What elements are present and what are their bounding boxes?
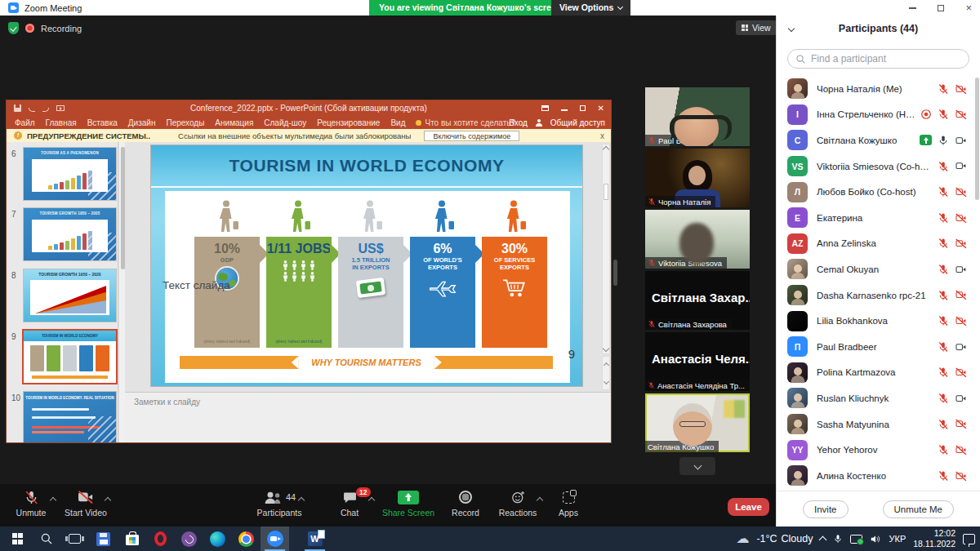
participant-row-8[interactable]: Dasha Karnasenko rpc-21	[777, 282, 974, 309]
unmute-button[interactable]: Unmute	[0, 488, 62, 524]
view-options-button[interactable]: View Options	[551, 0, 630, 16]
save-icon[interactable]	[14, 104, 21, 112]
invite-button[interactable]: Invite	[803, 500, 849, 518]
taskbar-word-button[interactable]: W	[301, 527, 329, 551]
weather-cloud-icon[interactable]: ☁	[736, 532, 749, 545]
ppt-tab-0[interactable]: Файл	[15, 118, 35, 127]
ppt-tab-7[interactable]: Рецензирование	[317, 118, 380, 127]
video-tile-5[interactable]: Світлана Кожушко	[645, 393, 750, 452]
redo-icon[interactable]	[42, 108, 49, 112]
taskbar-clock[interactable]: 12:02 18.11.2022	[913, 528, 956, 549]
close-button[interactable]: ×	[965, 4, 972, 12]
tray-display-icon[interactable]	[850, 535, 862, 544]
taskbar-chrome-button[interactable]	[232, 527, 261, 551]
slideshow-icon[interactable]	[56, 105, 65, 111]
chevron-up-icon[interactable]	[298, 497, 305, 504]
participant-row-11[interactable]: Polina Kartmazova	[777, 360, 974, 386]
leave-button[interactable]: Leave	[728, 498, 769, 516]
ppt-tab-5[interactable]: Анимация	[215, 118, 253, 127]
weather-widget[interactable]: -1°C Cloudy	[756, 533, 813, 544]
apps-button[interactable]: Apps	[537, 488, 599, 524]
taskbar-taskview-button[interactable]	[60, 527, 89, 551]
taskbar-opera-button[interactable]	[146, 527, 175, 551]
ppt-tab-6[interactable]: Слайд-шоу	[264, 118, 306, 127]
ppt-tab-2[interactable]: Вставка	[87, 118, 118, 127]
scroll-up-icon[interactable]	[603, 146, 609, 153]
video-tile-1[interactable]: Чорна Наталія	[645, 149, 750, 207]
action-center-icon[interactable]	[963, 534, 975, 544]
tell-me-box[interactable]: Что вы хотите сделать?	[416, 118, 515, 127]
video-tile-0[interactable]: Paul Bradbeer	[645, 87, 750, 146]
minimize-button[interactable]	[909, 7, 916, 9]
ppt-share-button[interactable]: Общий доступ	[550, 118, 605, 127]
slide-thumbnail-8[interactable]: TOURISM GROWTH 1950 – 2020	[24, 269, 116, 322]
participant-row-14[interactable]: YYYehor Yehorov	[777, 437, 974, 463]
thumbnail-scrollbar[interactable]	[118, 142, 125, 442]
ppt-signin-link[interactable]: Вход	[509, 118, 528, 127]
participant-row-12[interactable]: Ruslan Kliuchnyk	[777, 385, 974, 411]
tray-expand-icon[interactable]	[819, 536, 827, 544]
panel-chevron-icon[interactable]	[788, 25, 795, 32]
search-input[interactable]: Find a participant	[787, 49, 969, 69]
view-layout-button[interactable]: View	[736, 20, 777, 35]
participant-row-0[interactable]: Чорна Наталія (Me)	[777, 76, 974, 102]
slide-thumbnail-9[interactable]: TOURISM IN WORLD ECONOMY	[24, 331, 116, 383]
participant-row-13[interactable]: Sasha Matyunina	[777, 411, 974, 438]
undo-icon[interactable]	[29, 108, 35, 112]
taskbar-zoom-button[interactable]	[261, 527, 289, 551]
ribbon-options-icon[interactable]	[541, 105, 549, 111]
participant-row-3[interactable]: VSViktoriia Smiesova (Co-host)	[777, 153, 974, 180]
participants-scrollbar[interactable]	[975, 78, 979, 200]
slide-nav-buttons[interactable]	[602, 356, 610, 390]
tray-mic-icon[interactable]	[833, 533, 843, 544]
participant-row-5[interactable]: EЕкатерина	[777, 205, 974, 231]
video-tile-2[interactable]: Viktoriia Smiesova	[645, 210, 750, 269]
tray-speaker-icon[interactable]	[870, 534, 881, 544]
taskbar-files-button[interactable]	[89, 527, 118, 551]
ppt-tab-3[interactable]: Дизайн	[128, 118, 156, 127]
scroll-down-icon[interactable]	[603, 345, 609, 352]
ppt-tab-4[interactable]: Переходы	[166, 118, 204, 127]
chevron-up-icon[interactable]	[368, 497, 375, 504]
shared-screen-scrollbar[interactable]	[613, 260, 617, 286]
participants-button[interactable]: 44Participants	[248, 488, 310, 524]
warning-close-icon[interactable]: x	[600, 131, 604, 140]
maximize-button[interactable]	[938, 5, 944, 11]
enable-content-button[interactable]: Включить содержимое	[424, 131, 519, 141]
scroll-thumb[interactable]	[604, 184, 608, 200]
taskbar-search-button[interactable]	[32, 527, 60, 551]
participant-row-1[interactable]: IІнна Стрельченко (Host)	[777, 102, 974, 128]
participant-row-4[interactable]: ЛЛюбов Бойко (Co-host)	[777, 179, 974, 205]
security-shield-icon[interactable]	[8, 22, 19, 34]
language-indicator[interactable]: УКР	[889, 534, 906, 544]
participant-row-15[interactable]: Алина Костенко	[777, 463, 974, 489]
participant-row-6[interactable]: AZAnna Zelinska	[777, 231, 974, 257]
slide-scrollbar[interactable]	[602, 144, 610, 354]
video-tile-3[interactable]: Світлана Захар...Світлана Захарова	[645, 271, 750, 330]
share-button[interactable]: Share Screen	[377, 488, 439, 524]
slide-thumbnail-10[interactable]: TOURISM IN WORLD ECONOMY. REAL SITUATION	[24, 392, 116, 442]
taskbar-viber-button[interactable]	[175, 527, 203, 551]
slide-canvas[interactable]: TOURISM IN WORLD ECONOMY Текст слайда WH…	[151, 145, 582, 386]
taskbar-edge-button[interactable]	[203, 527, 232, 551]
ppt-close-button[interactable]: ✕	[598, 104, 604, 113]
participant-row-9[interactable]: Lilia Bokhankova	[777, 308, 974, 334]
chat-button[interactable]: 12Chat	[318, 488, 381, 524]
participant-row-7[interactable]: Cemal Okuyan	[777, 256, 974, 282]
video-tile-4[interactable]: Анастасія Челя...Анастасія Челядіна Тр..…	[645, 332, 750, 391]
video-button[interactable]: Start Video	[55, 488, 117, 524]
ppt-tab-8[interactable]: Вид	[390, 118, 405, 127]
taskbar-start-button[interactable]	[3, 527, 32, 551]
chevron-up-icon[interactable]	[105, 497, 111, 504]
collapse-videos-button[interactable]	[679, 457, 715, 475]
slide-thumbnail-7[interactable]: TOURISM GROWTH 1950 – 2005	[24, 208, 116, 260]
slide-notes-area[interactable]: Заметки к слайду	[125, 392, 611, 442]
participant-row-10[interactable]: ПPaul Bradbeer	[777, 334, 974, 360]
ppt-minimize-button[interactable]	[561, 109, 568, 111]
ppt-maximize-button[interactable]	[580, 105, 586, 111]
taskbar-store-button[interactable]	[118, 527, 146, 551]
ppt-tab-1[interactable]: Главная	[46, 118, 77, 127]
unmute-me-button[interactable]: Unmute Me	[883, 500, 954, 518]
participant-row-2[interactable]: CСвітлана Кожушко	[777, 127, 974, 153]
slide-thumbnail-6[interactable]: TOURISM AS A PHENOMENON	[24, 148, 116, 200]
